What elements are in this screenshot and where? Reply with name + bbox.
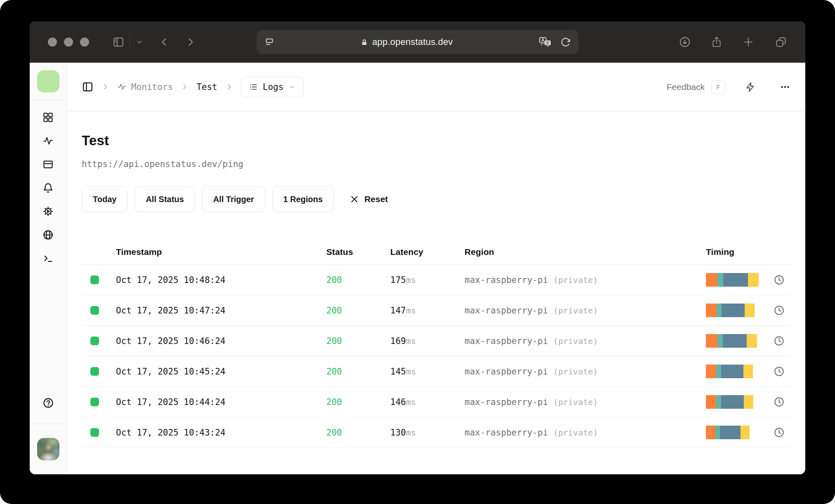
filter-regions-button[interactable]: 1 Regions — [272, 186, 334, 212]
minimize-window-button[interactable] — [64, 38, 73, 47]
back-button-icon[interactable] — [159, 37, 170, 47]
clock-icon[interactable] — [774, 274, 785, 285]
row-timing-cell — [706, 334, 790, 348]
timing-segment — [720, 426, 741, 439]
row-status: 200 — [326, 428, 390, 438]
clock-icon[interactable] — [774, 396, 785, 407]
breadcrumb-monitors[interactable]: Monitors — [117, 82, 173, 92]
log-row[interactable]: Oct 17, 2025 10:44:24 200 146ms max-rasp… — [82, 387, 790, 417]
column-header-timestamp[interactable]: Timestamp — [116, 247, 326, 257]
svg-text:文: 文 — [546, 41, 550, 45]
timing-segment — [706, 395, 716, 409]
view-selector-button[interactable]: Logs — [241, 77, 304, 97]
row-region: max-raspberry-pi (private) — [465, 397, 706, 407]
screen: app.openstatus.dev A 文 — [0, 0, 835, 504]
chevron-down-icon[interactable] — [136, 38, 143, 46]
row-timestamp: Oct 17, 2025 10:47:24 — [116, 306, 326, 316]
panel-toggle-icon[interactable] — [82, 81, 94, 93]
row-region-visibility: (private) — [553, 367, 598, 377]
row-latency-unit: ms — [406, 428, 416, 438]
workspace-logo[interactable] — [37, 70, 59, 92]
address-url: app.openstatus.dev — [372, 37, 453, 47]
sidebar-help[interactable] — [42, 397, 54, 410]
sidebar-item-cli[interactable] — [42, 253, 54, 264]
zoom-window-button[interactable] — [80, 38, 89, 47]
app-sidebar — [30, 63, 67, 474]
row-latency: 175ms — [390, 275, 465, 285]
translate-icon[interactable]: A 文 — [539, 36, 552, 48]
browser-sidebar-icon[interactable] — [112, 36, 125, 48]
divider — [130, 35, 130, 49]
row-latency: 145ms — [390, 367, 465, 377]
clock-icon[interactable] — [774, 335, 785, 346]
status-indicator-cell — [82, 337, 116, 345]
row-region-name: max-raspberry-pi — [465, 397, 548, 407]
new-tab-icon[interactable] — [743, 36, 754, 48]
forward-button-icon[interactable] — [185, 37, 196, 47]
zap-icon[interactable] — [745, 82, 756, 92]
timing-bar — [706, 365, 753, 378]
clock-icon[interactable] — [774, 366, 785, 377]
log-row[interactable]: Oct 17, 2025 10:47:24 200 147ms max-rasp… — [82, 295, 790, 326]
filter-trigger-button[interactable]: All Trigger — [202, 186, 265, 212]
column-header-region[interactable]: Region — [465, 247, 706, 257]
breadcrumb-monitor-name[interactable]: Test — [196, 82, 217, 92]
user-avatar[interactable] — [37, 438, 59, 460]
browser-window: app.openstatus.dev A 文 — [30, 21, 805, 474]
row-latency-unit: ms — [406, 397, 416, 407]
reload-icon[interactable] — [560, 37, 571, 47]
timing-segment — [723, 334, 747, 348]
sidebar-item-dashboard[interactable] — [42, 112, 54, 123]
row-latency-value: 146 — [390, 397, 406, 407]
timing-segment — [706, 273, 717, 287]
sidebar-item-regions[interactable] — [42, 229, 54, 240]
log-row[interactable]: Oct 17, 2025 10:43:24 200 130ms max-rasp… — [82, 417, 790, 448]
reset-filters-button[interactable]: Reset — [350, 194, 388, 204]
timing-bar — [706, 304, 755, 317]
reader-view-icon[interactable] — [264, 37, 275, 47]
timing-segment — [706, 334, 717, 348]
chevron-right-icon — [226, 83, 233, 90]
tab-overview-icon[interactable] — [775, 36, 787, 48]
status-indicator-cell — [82, 306, 116, 315]
row-status: 200 — [326, 306, 390, 316]
clock-icon[interactable] — [774, 305, 785, 316]
log-row[interactable]: Oct 17, 2025 10:48:24 200 175ms max-rasp… — [82, 265, 790, 295]
sidebar-item-notifications[interactable] — [42, 182, 54, 193]
share-icon[interactable] — [711, 36, 722, 48]
column-header-status[interactable]: Status — [326, 247, 390, 257]
sidebar-nav — [42, 100, 54, 264]
filter-date-button[interactable]: Today — [82, 186, 127, 212]
row-latency-unit: ms — [406, 336, 416, 346]
feedback-button[interactable]: Feedback — [667, 82, 705, 92]
sidebar-item-monitors[interactable] — [42, 135, 54, 146]
feedback-shortcut-key: F — [716, 83, 720, 90]
timing-segment — [716, 395, 721, 409]
browser-toolbar-actions — [679, 36, 787, 48]
page-title: Test — [82, 133, 790, 148]
chevron-right-icon — [102, 83, 109, 90]
status-dot — [90, 306, 99, 315]
row-region: max-raspberry-pi (private) — [465, 428, 706, 438]
column-header-latency[interactable]: Latency — [390, 247, 465, 257]
timing-segment — [723, 273, 748, 287]
status-indicator-cell — [82, 367, 116, 376]
timing-segment — [717, 273, 723, 287]
clock-icon[interactable] — [774, 427, 785, 438]
address-bar[interactable]: app.openstatus.dev A 文 — [257, 30, 578, 54]
breadcrumb: Monitors Test Logs — [82, 77, 304, 97]
close-window-button[interactable] — [48, 38, 57, 47]
log-row[interactable]: Oct 17, 2025 10:45:24 200 145ms max-rasp… — [82, 356, 790, 387]
downloads-icon[interactable] — [679, 36, 691, 48]
chevron-down-icon — [288, 83, 296, 91]
logs-table: Timestamp Status Latency Region Timing O… — [82, 239, 790, 448]
reset-filters-label: Reset — [364, 194, 388, 204]
column-header-timing[interactable]: Timing — [706, 247, 790, 257]
sidebar-item-status-pages[interactable] — [42, 159, 54, 170]
sidebar-item-settings[interactable] — [42, 206, 54, 217]
browser-nav-controls — [112, 35, 196, 49]
log-row[interactable]: Oct 17, 2025 10:46:24 200 169ms max-rasp… — [82, 326, 790, 356]
row-region-name: max-raspberry-pi — [465, 336, 548, 346]
more-options-icon[interactable] — [780, 82, 790, 92]
filter-status-button[interactable]: All Status — [134, 186, 195, 212]
